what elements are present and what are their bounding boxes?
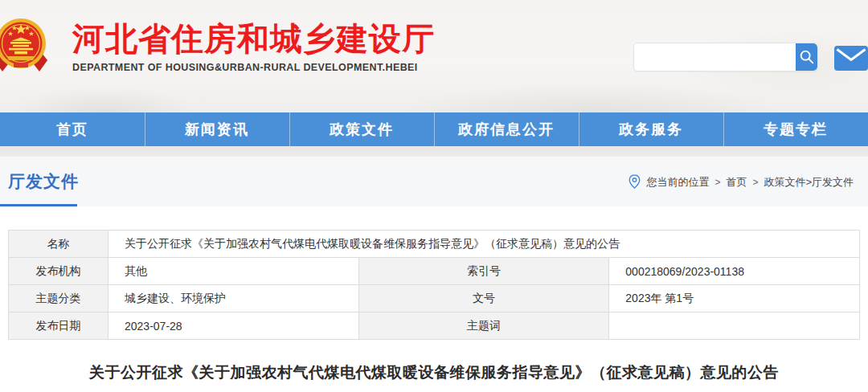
search-box [633,43,818,71]
breadcrumb-separator: > [752,176,758,187]
search-input[interactable] [634,43,796,71]
nav-item-special-topics[interactable]: 专题专栏 [723,112,868,146]
mail-icon [834,46,868,71]
nav-item-home[interactable]: 首页 [0,112,145,146]
site-title: 河北省住房和城乡建设厅 [72,21,435,56]
page: 河北省住房和城乡建设厅 DEPARTMENT OF HOUSING&URBAN-… [0,0,868,392]
section-title-underline [0,204,77,206]
field-label-topic-category: 主题分类 [9,285,108,312]
breadcrumb-separator: > [714,176,720,187]
banner-bottom-strip [0,146,868,157]
field-value-keywords [609,312,860,340]
breadcrumb-link-policy-docs[interactable]: 政策文件>厅发文件 [764,174,854,189]
site-subtitle: DEPARTMENT OF HOUSING&URBAN-RURAL DEVELO… [72,62,435,73]
breadcrumb-prefix: 您当前的位置 [646,174,709,189]
nav-item-news[interactable]: 新闻资讯 [145,112,289,146]
site-banner: 河北省住房和城乡建设厅 DEPARTMENT OF HOUSING&URBAN-… [0,0,868,112]
section-title: 厅发文件 [8,170,79,193]
nav-item-policy-documents[interactable]: 政策文件 [289,112,434,146]
field-value-name: 关于公开征求《关于加强农村气代煤电代煤取暖设备维保服务指导意见》（征求意见稿）意… [108,231,860,258]
field-value-publish-date: 2023-07-28 [108,312,359,340]
field-label-issuing-agency: 发布机构 [9,258,108,285]
field-label-keywords: 主题词 [358,312,609,340]
field-value-document-number: 2023年 第1号 [609,285,860,312]
mail-button[interactable] [834,46,868,71]
search-icon [798,48,816,66]
table-row: 发布日期 2023-07-28 主题词 [9,312,860,340]
field-label-name: 名称 [9,231,108,258]
main-nav: 首页 新闻资讯 政策文件 政府信息公开 政务服务 专题专栏 [0,112,868,146]
location-pin-icon [628,174,641,190]
article-title: 关于公开征求《关于加强农村气代煤电代煤取暖设备维保服务指导意见》（征求意见稿）意… [0,362,868,383]
search-button[interactable] [796,43,817,71]
breadcrumb: 您当前的位置 > 首页 > 政策文件>厅发文件 [628,174,854,190]
table-row: 名称 关于公开征求《关于加强农村气代煤电代煤取暖设备维保服务指导意见》（征求意见… [9,231,860,258]
table-row: 发布机构 其他 索引号 000218069/2023-01138 [9,258,860,285]
site-identity: 河北省住房和城乡建设厅 DEPARTMENT OF HOUSING&URBAN-… [72,21,435,73]
field-label-index-number: 索引号 [358,258,609,285]
table-row: 主题分类 城乡建设、环境保护 文号 2023年 第1号 [9,285,860,312]
national-emblem-icon [0,14,55,80]
nav-item-gov-info-disclosure[interactable]: 政府信息公开 [434,112,579,146]
field-value-topic-category: 城乡建设、环境保护 [108,285,359,312]
nav-item-gov-services[interactable]: 政务服务 [579,112,723,146]
field-value-issuing-agency: 其他 [108,258,359,285]
section-subheader: 厅发文件 您当前的位置 > 首页 > 政策文件>厅发文件 [0,157,868,206]
document-info-table: 名称 关于公开征求《关于加强农村气代煤电代煤取暖设备维保服务指导意见》（征求意见… [8,230,860,340]
breadcrumb-link-home[interactable]: 首页 [726,174,747,189]
field-label-publish-date: 发布日期 [9,312,108,340]
field-value-index-number: 000218069/2023-01138 [609,258,860,285]
field-label-document-number: 文号 [358,285,609,312]
